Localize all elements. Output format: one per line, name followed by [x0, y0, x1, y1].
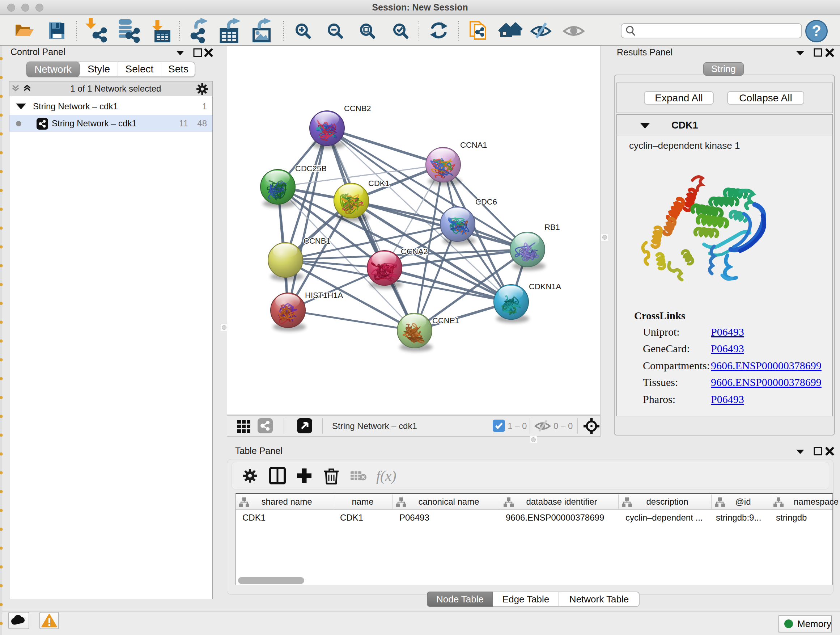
svg-text:RB1: RB1: [545, 223, 560, 232]
svg-text:String Network – cdk1: String Network – cdk1: [332, 421, 417, 431]
svg-text:CDK1: CDK1: [368, 179, 390, 188]
svg-text:HIST1H1A: HIST1H1A: [305, 291, 343, 300]
svg-text:1 – 0: 1 – 0: [508, 421, 527, 431]
svg-text:CCNA2: CCNA2: [401, 247, 428, 256]
svg-text:CDC6: CDC6: [475, 197, 497, 206]
svg-text:CDKN1A: CDKN1A: [529, 282, 561, 291]
svg-text:0 – 0: 0 – 0: [554, 421, 573, 431]
svg-text:CCNB1: CCNB1: [303, 236, 331, 245]
svg-text:f(x): f(x): [376, 468, 396, 484]
svg-text:CDC25B: CDC25B: [295, 164, 327, 173]
svg-text:CCNB2: CCNB2: [344, 104, 371, 113]
svg-text:CCNE1: CCNE1: [432, 316, 459, 325]
svg-text:CCNA1: CCNA1: [460, 141, 487, 149]
